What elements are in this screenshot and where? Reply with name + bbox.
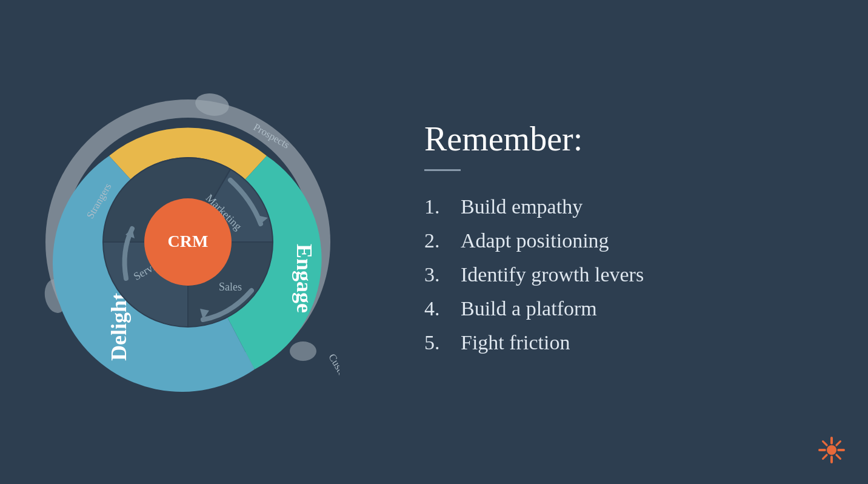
list-number: 2.: [424, 229, 461, 252]
svg-text:Customers: Customers: [326, 352, 339, 394]
svg-text:Delight: Delight: [107, 293, 131, 361]
list-item: 3.Identify growth levers: [424, 263, 820, 286]
svg-line-26: [823, 442, 827, 445]
list-number: 5.: [424, 331, 461, 354]
svg-line-27: [836, 455, 840, 459]
hubspot-logo: [817, 435, 846, 467]
list-number: 4.: [424, 297, 461, 320]
svg-line-29: [823, 455, 827, 459]
svg-point-4: [290, 341, 316, 361]
list-item: 2.Adapt positioning: [424, 229, 820, 252]
list-number: 3.: [424, 263, 461, 286]
divider-line: [424, 169, 461, 171]
svg-text:Engage: Engage: [292, 244, 316, 313]
list-text: Build empathy: [461, 195, 583, 218]
list-text: Build a platform: [461, 297, 597, 320]
svg-text:Sales: Sales: [219, 281, 242, 293]
diagram-panel: Attract Engage Delight: [0, 0, 376, 484]
list-item: 4.Build a platform: [424, 297, 820, 320]
svg-text:Promoters: Promoters: [103, 390, 147, 394]
list-item: 5.Fight friction: [424, 331, 820, 354]
list-text: Identify growth levers: [461, 263, 644, 286]
list-item: 1.Build empathy: [424, 195, 820, 218]
svg-text:CRM: CRM: [168, 232, 209, 250]
list-text: Fight friction: [461, 331, 570, 354]
remember-list: 1.Build empathy2.Adapt positioning3.Iden…: [424, 195, 820, 365]
list-text: Adapt positioning: [461, 229, 609, 252]
remember-heading: Remember:: [424, 119, 820, 158]
flywheel-diagram: Attract Engage Delight: [36, 90, 339, 394]
list-number: 1.: [424, 195, 461, 218]
content-panel: Remember: 1.Build empathy2.Adapt positio…: [376, 83, 868, 402]
svg-point-21: [827, 445, 836, 455]
svg-line-28: [836, 442, 840, 445]
